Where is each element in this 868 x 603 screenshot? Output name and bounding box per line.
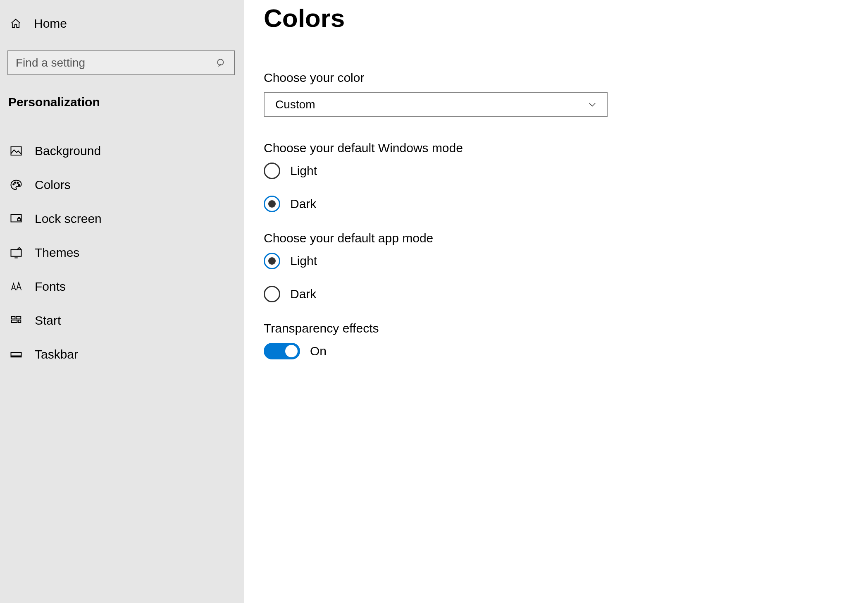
home-label: Home [34,17,67,31]
svg-rect-12 [16,316,21,319]
radio-label: Dark [290,287,316,301]
windows-mode-label: Choose your default Windows mode [264,141,843,155]
home-icon [10,18,21,29]
search-input[interactable] [16,56,216,69]
chevron-down-icon [588,100,597,109]
main-panel: Colors Choose your color Custom Choose y… [244,0,868,603]
app-mode-light[interactable]: Light [264,253,843,269]
svg-point-4 [14,182,16,183]
svg-rect-11 [12,316,15,319]
toggle-knob [285,345,298,357]
sidebar-item-label: Background [35,144,101,158]
sidebar-item-themes[interactable]: Themes [0,236,244,270]
radio-icon [264,286,280,302]
search-icon [216,57,227,68]
sidebar-item-label: Fonts [35,280,66,294]
sidebar-item-start[interactable]: Start [0,304,244,337]
app-mode-dark[interactable]: Dark [264,286,843,302]
taskbar-icon [10,348,22,361]
themes-icon [10,246,22,259]
sidebar-item-colors[interactable]: Colors [0,168,244,202]
sidebar-item-taskbar[interactable]: Taskbar [0,337,244,371]
nav: Background Colors [0,134,244,371]
svg-rect-14 [18,320,21,323]
color-dropdown-value: Custom [275,98,315,111]
sidebar-item-background[interactable]: Background [0,134,244,168]
picture-icon [10,145,22,157]
radio-label: Light [290,164,317,178]
lock-screen-icon [10,213,22,225]
svg-rect-8 [18,219,20,221]
sidebar-item-label: Lock screen [35,212,102,226]
radio-icon [264,253,280,269]
fonts-icon [10,280,22,293]
search-input-container[interactable] [7,50,235,75]
transparency-state: On [310,344,327,358]
transparency-toggle-row: On [264,343,843,359]
sidebar-item-label: Taskbar [35,347,78,361]
radio-icon [264,163,280,179]
radio-label: Dark [290,197,316,211]
section-title: Personalization [0,75,244,117]
svg-rect-16 [11,356,21,357]
sidebar-item-label: Colors [35,178,71,192]
color-dropdown[interactable]: Custom [264,92,608,117]
sidebar-item-label: Themes [35,246,79,260]
transparency-label: Transparency effects [264,321,843,335]
svg-rect-2 [11,147,21,155]
svg-rect-9 [11,250,21,256]
transparency-toggle[interactable] [264,343,300,359]
page-title: Colors [264,3,843,33]
palette-icon [10,179,22,191]
sidebar-item-fonts[interactable]: Fonts [0,270,244,304]
color-dropdown-label: Choose your color [264,71,843,85]
svg-point-6 [18,184,19,186]
radio-icon [264,196,280,212]
sidebar-item-lockscreen[interactable]: Lock screen [0,202,244,236]
home-link[interactable]: Home [0,12,244,35]
svg-point-3 [13,184,14,185]
start-tiles-icon [10,314,22,327]
sidebar-item-label: Start [35,313,61,328]
app-mode-group: Choose your default app mode Light Dark [264,231,843,302]
radio-label: Light [290,254,317,268]
svg-point-5 [17,182,18,184]
windows-mode-group: Choose your default Windows mode Light D… [264,141,843,212]
sidebar: Home Personalization Background [0,0,244,603]
windows-mode-light[interactable]: Light [264,163,843,179]
svg-rect-13 [12,320,17,323]
windows-mode-dark[interactable]: Dark [264,196,843,212]
app-mode-label: Choose your default app mode [264,231,843,245]
